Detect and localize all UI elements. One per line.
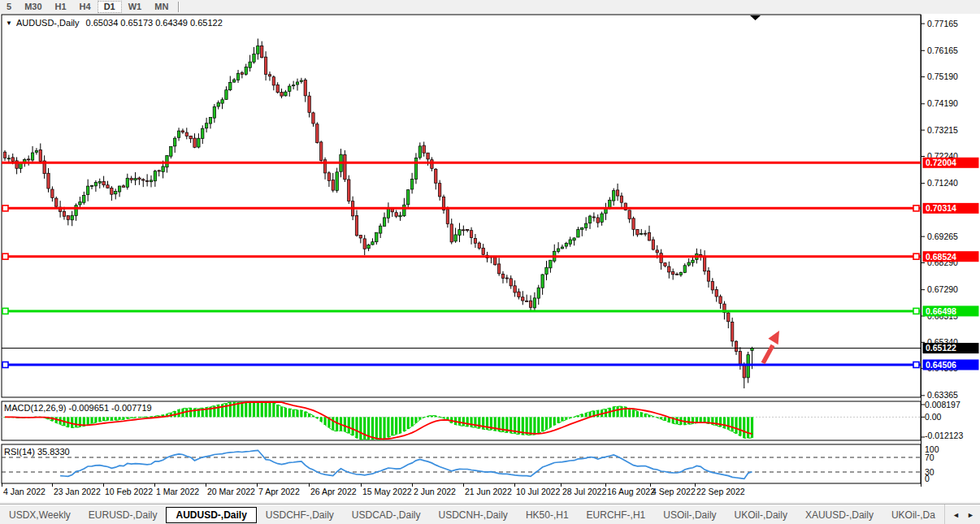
timeframe-button-d1[interactable]: D1: [98, 1, 122, 13]
tab-usdx-weekly[interactable]: USDX,Weekly: [0, 507, 80, 523]
macd-pane: [2, 401, 921, 440]
tab-xauusd-daily[interactable]: XAUUSD-,Daily: [796, 507, 882, 523]
candle: [348, 175, 350, 204]
price-badge-label: 0.65122: [926, 343, 956, 353]
price-badge-label: 0.66498: [926, 306, 956, 316]
tab-scroll-right-icon[interactable]: ►: [967, 511, 974, 519]
candle: [320, 141, 323, 162]
macd-axis-label: 0.008197: [925, 400, 960, 409]
timeframe-button-w1[interactable]: W1: [122, 1, 149, 13]
tab-hk50-h1[interactable]: HK50-,H1: [517, 507, 578, 523]
x-axis-date-label: 10 Feb 2022: [105, 487, 153, 496]
rsi-axis-label: 70: [925, 453, 934, 462]
line-handle[interactable]: [2, 253, 8, 259]
line-handle[interactable]: [913, 253, 919, 259]
y-axis-tick-label: 0.67290: [927, 284, 958, 294]
main-pane: [2, 15, 921, 397]
price-badge-label: 0.72004: [926, 158, 956, 167]
x-axis-date-label: 15 May 2022: [362, 487, 412, 496]
line-handle[interactable]: [2, 308, 8, 314]
x-axis-date-label: 21 Jun 2022: [465, 487, 512, 496]
x-axis-date-label: 26 Apr 2022: [310, 487, 357, 496]
macd-axis-label: 0.00: [925, 412, 942, 422]
tab-ukoil-daily[interactable]: UKOil-,Daily: [726, 507, 796, 523]
tab-usdcad-daily[interactable]: USDCAD-,Daily: [343, 507, 430, 523]
tab-scroll-left-icon[interactable]: ◄: [952, 511, 960, 519]
timeframe-button-5[interactable]: 5: [0, 1, 18, 13]
symbol-tab-bar: USDX,WeeklyEURUSD-,DailyAUDUSD-,DailyUSD…: [0, 504, 980, 524]
x-axis-date-label: 28 Jul 2022: [562, 487, 606, 496]
line-handle[interactable]: [913, 206, 919, 211]
x-axis-date-label: 4 Jan 2022: [3, 487, 46, 496]
line-handle[interactable]: [913, 362, 919, 367]
y-axis-tick-label: 0.74190: [927, 98, 958, 108]
tab-usdchf-daily[interactable]: USDCHF-,Daily: [257, 507, 343, 523]
x-axis-date-label: 22 Sep 2022: [696, 487, 745, 496]
price-badge-label: 0.70314: [926, 203, 956, 213]
y-axis-tick-label: 0.77165: [927, 19, 958, 28]
x-axis-date-label: 23 Jan 2022: [54, 487, 101, 496]
timeframe-button-h4[interactable]: H4: [73, 1, 98, 13]
candle: [494, 257, 497, 265]
x-axis-date-label: 2 Jun 2022: [414, 487, 456, 496]
y-axis-tick-label: 0.76165: [927, 45, 958, 55]
tab-usoil-daily[interactable]: USOil-,Daily: [654, 507, 725, 523]
line-handle[interactable]: [2, 206, 8, 211]
x-axis-date-label: 4 Sep 2022: [652, 487, 696, 496]
x-axis-date-label: 20 Mar 2022: [207, 487, 255, 496]
candle: [55, 197, 58, 208]
x-axis-date-label: 7 Apr 2022: [258, 487, 300, 496]
toolbar-separator: [178, 2, 180, 12]
x-axis-date-label: 1 Mar 2022: [156, 487, 199, 496]
timeframe-toolbar: 5M30H1H4D1W1MN: [0, 0, 980, 14]
macd-axis-label: -0.012123: [925, 431, 963, 440]
candle: [344, 150, 346, 182]
timeframe-button-mn[interactable]: MN: [148, 1, 175, 13]
y-axis-tick-label: 0.75190: [927, 71, 958, 81]
tab-audusd-daily[interactable]: AUDUSD-,Daily: [166, 507, 256, 523]
price-badge-label: 0.64506: [926, 360, 956, 370]
chart-canvas[interactable]: 0.771650.761650.751900.741900.732150.722…: [0, 0, 980, 504]
price-badge-label: 0.68524: [926, 252, 956, 262]
y-axis-tick-label: 0.63365: [927, 390, 958, 400]
timeframe-button-h1[interactable]: H1: [49, 1, 73, 13]
y-axis-tick-label: 0.69265: [927, 232, 958, 241]
tab-eurusd-daily[interactable]: EURUSD-,Daily: [80, 507, 167, 523]
tab-scroll-controls: ◄►: [944, 505, 980, 524]
x-axis-date-label: 10 Jul 2022: [516, 487, 560, 496]
y-axis-tick-label: 0.71240: [927, 178, 958, 188]
tab-eurchf-h1[interactable]: EURCHF-,H1: [578, 507, 655, 523]
line-handle[interactable]: [2, 362, 8, 367]
x-axis-date-label: 16 Aug 2022: [607, 487, 655, 496]
tab-usdcnh-daily[interactable]: USDCNH-,Daily: [430, 507, 517, 523]
line-handle[interactable]: [913, 308, 919, 314]
rsi-axis-label: 0: [925, 474, 930, 483]
tab-ukoil-da[interactable]: UKOil-,Da: [882, 507, 944, 523]
timeframe-button-m30[interactable]: M30: [18, 1, 48, 13]
candle: [316, 122, 319, 143]
y-axis-tick-label: 0.73215: [927, 125, 958, 135]
